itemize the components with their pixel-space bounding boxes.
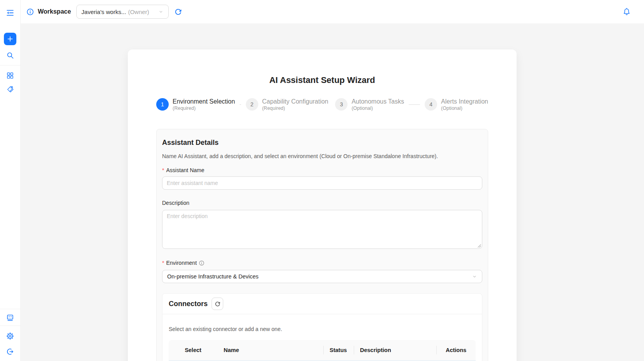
refresh-workspace-button[interactable] <box>173 7 183 16</box>
connectors-hint: Select an existing connector or add a ne… <box>169 325 476 333</box>
workspace-info-button[interactable] <box>25 7 35 16</box>
search-button[interactable] <box>5 51 15 60</box>
step-subtitle: (Required) <box>173 106 235 111</box>
settings-button[interactable] <box>5 331 15 341</box>
apps-button[interactable] <box>5 71 15 80</box>
sidebar <box>0 0 21 361</box>
workspace-select-value: Javeria's works... <box>81 9 126 15</box>
column-header-select: Select <box>169 340 217 361</box>
description-label: Description <box>162 199 482 207</box>
search-icon <box>6 51 14 60</box>
workspace-label: Workspace <box>38 8 71 15</box>
step-connector <box>240 104 241 105</box>
sync-icon <box>174 8 182 16</box>
bell-icon <box>623 8 631 16</box>
wizard-steps: 1Environment Selection(Required)2Capabil… <box>156 98 488 111</box>
environment-label: * Environment <box>162 259 482 267</box>
section-title: Assistant Details <box>162 139 482 147</box>
notifications-button[interactable] <box>622 7 631 16</box>
info-circle-icon <box>26 8 34 16</box>
page-title: AI Assistant Setup Wizard <box>128 49 517 86</box>
grid-icon <box>6 72 14 79</box>
reload-icon <box>214 301 221 307</box>
step-title: Autonomous Tasks <box>351 98 404 105</box>
column-header-status: Status <box>323 340 354 361</box>
wizard-step-2[interactable]: 2Capability Configuration(Required) <box>246 98 335 111</box>
gear-icon <box>6 332 14 340</box>
step-number: 2 <box>246 98 258 111</box>
assistants-button[interactable] <box>5 313 15 322</box>
tags-button[interactable] <box>5 85 15 94</box>
chevron-down-icon <box>158 9 164 14</box>
wizard-step-3[interactable]: 3Autonomous Tasks(Optional) <box>335 98 425 111</box>
workspace-select[interactable]: Javeria's works... (Owner) <box>76 5 169 19</box>
reload-connectors-button[interactable] <box>212 298 223 310</box>
step-number: 4 <box>425 98 437 111</box>
chevron-down-icon <box>472 274 477 279</box>
assistant-name-input[interactable] <box>162 176 482 190</box>
wizard-card: AI Assistant Setup Wizard 1Environment S… <box>128 49 517 361</box>
collapse-sidebar-button[interactable] <box>5 8 15 18</box>
column-header-actions: Actions <box>436 340 476 361</box>
step-subtitle: (Required) <box>262 106 328 111</box>
workspace-owner-suffix: (Owner) <box>128 9 149 15</box>
logout-icon <box>6 347 14 356</box>
menu-fold-icon <box>6 9 14 17</box>
wizard-step-4[interactable]: 4Alerts Integration(Optional) <box>425 98 488 111</box>
robot-icon <box>6 313 14 322</box>
assistant-name-label: * Assistant Name <box>162 166 482 174</box>
add-button[interactable] <box>4 33 16 45</box>
logout-button[interactable] <box>5 347 15 356</box>
step-subtitle: (Optional) <box>441 106 488 111</box>
step-title: Alerts Integration <box>441 98 488 105</box>
description-textarea[interactable] <box>162 210 482 249</box>
step-title: Environment Selection <box>173 98 235 105</box>
connectors-title: Connectors <box>169 300 208 308</box>
connectors-table: SelectNameStatusDescriptionActions <box>169 340 476 361</box>
top-header: Workspace Javeria's works... (Owner) <box>21 0 644 23</box>
plus-icon <box>7 35 14 42</box>
step-connector <box>409 104 420 105</box>
connectors-table-header-row: SelectNameStatusDescriptionActions <box>169 340 476 361</box>
wizard-step-1[interactable]: 1Environment Selection(Required) <box>156 98 246 111</box>
column-header-name: Name <box>217 340 323 361</box>
assistant-details-panel: Assistant Details Name AI Assistant, add… <box>156 129 488 361</box>
step-subtitle: (Optional) <box>351 106 404 111</box>
resize-handle-icon[interactable] <box>477 244 481 248</box>
tags-icon <box>6 86 14 94</box>
environment-select[interactable]: On-premise Infrastructure & Devices <box>162 270 482 283</box>
required-mark: * <box>162 166 164 174</box>
step-title: Capability Configuration <box>262 98 328 105</box>
environment-info-icon[interactable] <box>199 260 205 266</box>
connectors-card: Connectors Select an existing connector … <box>162 293 482 361</box>
column-header-description: Description <box>354 340 436 361</box>
main-content: AI Assistant Setup Wizard 1Environment S… <box>21 0 644 361</box>
environment-select-value: On-premise Infrastructure & Devices <box>167 273 259 280</box>
section-description: Name AI Assistant, add a description, an… <box>162 153 482 159</box>
step-number: 3 <box>335 98 348 111</box>
step-number: 1 <box>156 98 169 111</box>
